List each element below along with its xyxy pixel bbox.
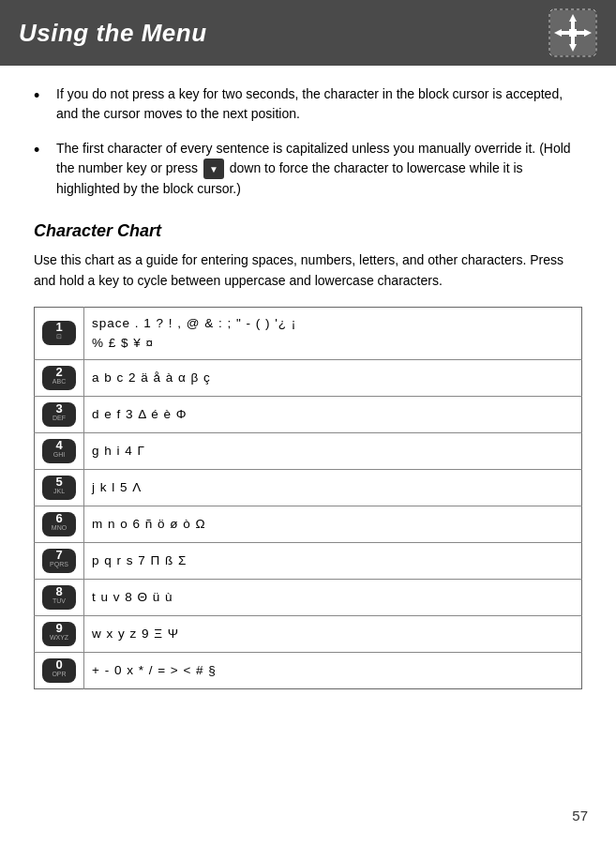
key-cell: 1⊡ xyxy=(35,307,84,359)
key-cell: 7PQRS xyxy=(35,542,84,579)
key-button: 5JKL xyxy=(42,476,76,500)
chars-cell: t u v 8 Θ ü ù xyxy=(84,579,582,615)
chars-cell: m n o 6 ñ ö ø ò Ω xyxy=(84,506,582,542)
key-cell: 8TUV xyxy=(35,579,84,615)
key-number: 6 xyxy=(42,512,76,524)
chart-row: 0OPR+ - 0 x * / = > < # § xyxy=(35,652,582,688)
navigation-icon xyxy=(548,8,597,57)
chart-row: 5JKLj k l 5 Λ xyxy=(35,469,582,506)
key-button: 1⊡ xyxy=(42,321,76,345)
key-cell: 4GHI xyxy=(35,432,84,469)
bullet-dot-2: • xyxy=(34,139,51,162)
chars-cell: a b c 2 ä å à α β ç xyxy=(84,359,582,396)
chars-cell: w x y z 9 Ξ Ψ xyxy=(84,615,582,652)
chart-row: 2ABCa b c 2 ä å à α β ç xyxy=(35,359,582,396)
bullet-item-1: • If you do not press a key for two seco… xyxy=(34,84,582,124)
key-number: 0 xyxy=(42,658,76,671)
key-label: MNO xyxy=(42,524,76,531)
key-label: PQRS xyxy=(42,561,76,567)
key-number: 9 xyxy=(42,622,76,634)
chart-row: 4GHIg h i 4 Γ xyxy=(35,432,582,469)
chars-cell: space . 1 ? ! , @ & : ; " - ( ) '¿ ¡% £ … xyxy=(84,307,582,359)
key-number: 5 xyxy=(42,476,76,488)
key-button: 4GHI xyxy=(42,439,76,463)
key-number: 8 xyxy=(42,585,76,597)
key-cell: 0OPR xyxy=(35,652,84,688)
down-key-icon xyxy=(203,159,224,179)
key-button: 8TUV xyxy=(42,585,76,610)
key-button: 6MNO xyxy=(42,512,76,536)
bullet-text-2: The first character of every sentence is… xyxy=(56,139,582,199)
page-title: Using the Menu xyxy=(19,19,207,48)
key-button: 2ABC xyxy=(42,366,76,390)
bullet-list: • If you do not press a key for two seco… xyxy=(34,84,582,199)
key-label: ⊡ xyxy=(42,333,76,340)
chart-section-title: Character Chart xyxy=(34,221,582,241)
chars-cell: g h i 4 Γ xyxy=(84,432,582,469)
chart-row: 3DEFd e f 3 Δ é è Φ xyxy=(35,396,582,432)
key-label: DEF xyxy=(42,415,76,421)
key-cell: 3DEF xyxy=(35,396,84,432)
chart-row: 6MNOm n o 6 ñ ö ø ò Ω xyxy=(35,506,582,542)
bullet-dot-1: • xyxy=(34,84,51,108)
key-cell: 6MNO xyxy=(35,506,84,542)
chars-cell: j k l 5 Λ xyxy=(84,469,582,506)
chart-row: 1⊡space . 1 ? ! , @ & : ; " - ( ) '¿ ¡% … xyxy=(35,307,582,359)
key-cell: 2ABC xyxy=(35,359,84,396)
main-content: • If you do not press a key for two seco… xyxy=(0,66,616,736)
chars-cell: d e f 3 Δ é è Φ xyxy=(84,396,582,432)
key-cell: 9WXYZ xyxy=(35,615,84,652)
key-button: 7PQRS xyxy=(42,549,76,573)
key-button: 3DEF xyxy=(42,402,76,427)
key-number: 4 xyxy=(42,439,76,451)
page-number: 57 xyxy=(572,808,588,823)
key-number: 7 xyxy=(42,549,76,561)
key-label: ABC xyxy=(42,378,76,385)
character-chart-table: 1⊡space . 1 ? ! , @ & : ; " - ( ) '¿ ¡% … xyxy=(34,307,582,689)
key-label: OPR xyxy=(42,671,76,677)
key-label: GHI xyxy=(42,451,76,458)
key-number: 3 xyxy=(42,402,76,415)
chart-section-desc: Use this chart as a guide for entering s… xyxy=(34,250,582,291)
bullet-item-2: • The first character of every sentence … xyxy=(34,139,582,199)
key-label: WXYZ xyxy=(42,634,76,641)
key-button: 0OPR xyxy=(42,658,76,683)
key-number: 1 xyxy=(42,321,76,333)
key-number: 2 xyxy=(42,366,76,378)
key-cell: 5JKL xyxy=(35,469,84,506)
key-label: TUV xyxy=(42,597,76,604)
page-header: Using the Menu xyxy=(0,0,616,66)
chars-cell: p q r s 7 Π ß Σ xyxy=(84,542,582,579)
key-button: 9WXYZ xyxy=(42,622,76,646)
svg-rect-9 xyxy=(569,29,577,37)
chars-cell: + - 0 x * / = > < # § xyxy=(84,652,582,688)
chart-row: 8TUVt u v 8 Θ ü ù xyxy=(35,579,582,615)
chart-row: 7PQRSp q r s 7 Π ß Σ xyxy=(35,542,582,579)
key-label: JKL xyxy=(42,488,76,494)
bullet-text-1: If you do not press a key for two second… xyxy=(56,84,582,124)
chart-row: 9WXYZw x y z 9 Ξ Ψ xyxy=(35,615,582,652)
